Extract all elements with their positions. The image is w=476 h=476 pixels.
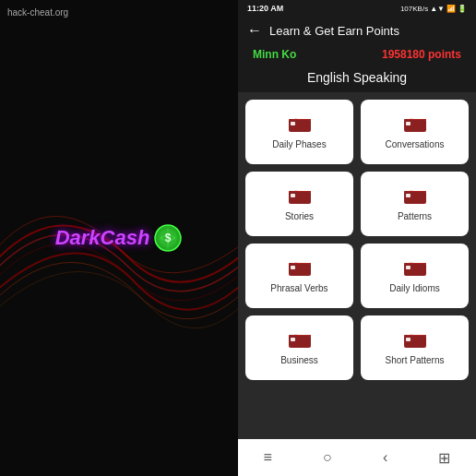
svg-rect-9 [406,122,411,125]
back-button[interactable]: ← [247,22,262,39]
coin-icon: $ [153,223,183,253]
grid-item-short-patterns[interactable]: Short Patterns [361,315,469,380]
status-time: 11:20 AM [247,4,283,13]
bottom-nav: ≡ ○ ‹ ⊞ [238,439,476,476]
header: ← Learn & Get Earn Points [238,17,476,44]
section-title: English Speaking [238,65,476,92]
data-speed: 107KB/s [400,5,428,13]
grid-item-label-daily-phases: Daily Phases [272,139,326,149]
folder-icon [289,259,311,278]
back-nav-icon[interactable]: ‹ [383,449,387,466]
recent-nav-icon[interactable]: ⊞ [438,449,450,467]
left-panel: hack-cheat.org DarkCash $ [0,0,238,476]
grid-item-phrasal-verbs[interactable]: Phrasal Verbs [245,244,353,308]
grid-item-patterns[interactable]: Patterns [361,172,469,236]
grid-item-business[interactable]: Business [245,315,353,380]
grid-item-stories[interactable]: Stories [245,172,353,236]
grid-item-label-business: Business [280,355,318,365]
folder-icon [404,115,426,134]
header-title: Learn & Get Earn Points [269,24,399,38]
grid-item-conversations[interactable]: Conversations [361,100,469,164]
svg-rect-27 [406,338,411,341]
grid-item-label-conversations: Conversations [386,139,445,149]
folder-icon [289,331,311,350]
folder-icon [404,187,426,206]
battery-icon: 🔋 [458,5,467,13]
status-icons: 107KB/s ▲▼ 📶 🔋 [400,5,467,13]
right-panel: 11:20 AM 107KB/s ▲▼ 📶 🔋 ← Learn & Get Ea… [238,0,476,476]
status-bar: 11:20 AM 107KB/s ▲▼ 📶 🔋 [238,0,476,17]
svg-rect-6 [291,122,295,125]
wifi-icon: 📶 [446,5,456,13]
grid-item-label-short-patterns: Short Patterns [386,355,445,365]
folder-icon [404,331,426,350]
home-nav-icon[interactable]: ○ [323,449,332,466]
svg-rect-12 [291,194,295,197]
menu-nav-icon[interactable]: ≡ [264,449,272,466]
folder-icon [289,187,311,206]
svg-rect-24 [291,338,295,341]
user-info-row: Minn Ko 1958180 points [238,44,476,65]
signal-icon: ▲▼ [430,5,445,13]
svg-rect-21 [406,266,411,269]
username: Minn Ko [253,48,296,61]
folder-icon [289,115,311,134]
svg-rect-15 [406,194,411,197]
content-area: Daily Phases Conversations Stories [238,92,476,439]
grid-item-label-patterns: Patterns [398,211,432,221]
darkcash-text: DarkCash [55,226,150,250]
svg-rect-18 [291,266,295,269]
categories-grid: Daily Phases Conversations Stories [245,100,469,380]
watermark: hack-cheat.org [7,7,68,18]
folder-icon [404,259,426,278]
grid-item-label-stories: Stories [285,211,314,221]
points-display: 1958180 points [382,48,461,61]
grid-item-daily-idioms[interactable]: Daily Idioms [361,244,469,308]
darkcash-logo: DarkCash $ [55,223,184,253]
grid-item-daily-phases[interactable]: Daily Phases [245,100,353,164]
logo-area: DarkCash $ [55,223,184,253]
grid-item-label-phrasal-verbs: Phrasal Verbs [270,283,327,293]
grid-item-label-daily-idioms: Daily Idioms [389,283,439,293]
